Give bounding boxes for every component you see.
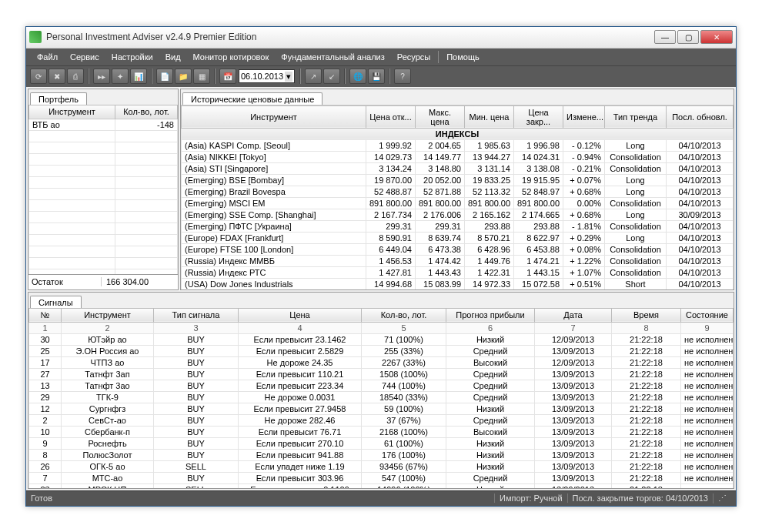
portfolio-grid[interactable]: Инструмент Кол-во, лот. ВТБ ао-148 xyxy=(28,105,178,274)
tab-signals[interactable]: Сигналы xyxy=(30,296,82,309)
col-s-qty[interactable]: Кол-во, лот. xyxy=(362,308,446,322)
table-row[interactable]: 30ЮТэйр аоBUYЕсли превысит 23.146271 (10… xyxy=(29,333,734,345)
toolbar: ⟳ ✖ ⎙ ▸▸ ✦ 📊 📄 📁 ▦ 📅 06.10.2013▾ ↗ ↙ 🌐 💾… xyxy=(26,65,736,87)
tool-chart-icon[interactable]: 📊 xyxy=(130,69,147,84)
col-h-trend[interactable]: Тип тренда xyxy=(605,105,667,128)
tool-print-icon[interactable]: ⎙ xyxy=(67,69,84,84)
tab-portfolio[interactable]: Портфель xyxy=(30,92,87,105)
dropdown-icon[interactable]: ▾ xyxy=(285,72,292,82)
col-h-upd[interactable]: Посл. обновл. xyxy=(667,105,734,128)
tool-gear-icon[interactable]: ✖ xyxy=(48,69,65,84)
col-s-status[interactable]: Состояние xyxy=(681,308,734,322)
col-h-instr[interactable]: Инструмент xyxy=(182,105,366,128)
table-row[interactable]: 10Сбербанк-пBUYЕсли превысит 76.712168 (… xyxy=(29,426,734,437)
table-row[interactable]: (USA) Dow Jones Industrials14 994.6815 0… xyxy=(182,278,734,289)
menubar: Файл Сервис Настройки Вид Монитор котиро… xyxy=(26,49,736,65)
menu-separator xyxy=(438,51,439,63)
signals-grid[interactable]: № Инструмент Тип сигнала Цена Кол-во, ло… xyxy=(28,308,734,488)
menu-help[interactable]: Помощь xyxy=(440,50,486,64)
signals-subheader: 123456789 xyxy=(29,322,734,333)
table-row[interactable]: (Emerging) SSE Comp. [Shanghai]2 167.734… xyxy=(182,209,734,220)
col-h-min[interactable]: Мин. цена xyxy=(465,105,514,128)
minimize-button[interactable]: — xyxy=(654,30,676,44)
remainder-value: 166 304.00 xyxy=(101,277,178,286)
tool-table-icon[interactable]: ▦ xyxy=(193,69,210,84)
table-row[interactable]: (Russia) Индекс ММВБ1 456.531 474.421 44… xyxy=(182,255,734,266)
menu-service[interactable]: Сервис xyxy=(64,50,105,64)
titlebar: Personal Investment Adviser v2.4.9 Premi… xyxy=(26,27,736,49)
table-row[interactable]: (Emerging) ПФТС [Украина]299.31299.31293… xyxy=(182,220,734,232)
maximize-button[interactable]: ▢ xyxy=(677,30,699,44)
col-s-time[interactable]: Время xyxy=(612,308,681,322)
tool-save-icon[interactable]: 💾 xyxy=(368,69,385,84)
table-row[interactable]: 8ПолюсЗолотBUYЕсли превысит 941.88176 (1… xyxy=(29,449,734,460)
portfolio-panel: Портфель Инструмент Кол-во, лот. ВТБ ао-… xyxy=(28,89,179,290)
table-row[interactable]: (Russia) Индекс РТС1 427.811 443.431 422… xyxy=(182,266,734,278)
tool-globe-icon[interactable]: 🌐 xyxy=(349,69,366,84)
table-row[interactable]: 7МТС-аоBUYЕсли превысит 303.96547 (100%)… xyxy=(29,472,734,483)
menu-settings[interactable]: Настройки xyxy=(105,50,159,64)
status-close: Посл. закрытие торгов: 04/10/2013 xyxy=(567,494,713,503)
table-row[interactable]: 13Татнфт 3аоBUYЕсли превысит 223.34744 (… xyxy=(29,380,734,391)
table-row[interactable]: (Asia) NIKKEI [Tokyo]14 029.7314 149.771… xyxy=(182,151,734,162)
tool-folder-icon[interactable]: 📁 xyxy=(175,69,192,84)
table-row[interactable]: (Europe) FTSE 100 [London]6 449.046 473.… xyxy=(182,243,734,255)
tab-history[interactable]: Исторические ценовые данные xyxy=(182,92,323,105)
status-import: Импорт: Ручной xyxy=(494,494,566,503)
col-s-type[interactable]: Тип сигнала xyxy=(154,308,239,322)
col-s-date[interactable]: Дата xyxy=(535,308,612,322)
menu-fundamental[interactable]: Фундаментальный анализ xyxy=(275,50,391,64)
col-h-chg[interactable]: Измене... xyxy=(563,105,605,128)
table-row[interactable]: 23МРСК ЦПSELLЕсли упадет ниже 0.11091499… xyxy=(29,483,734,488)
group-header: ИНДЕКСЫ xyxy=(182,128,734,139)
col-instrument[interactable]: Инструмент xyxy=(29,105,115,119)
window-title: Personal Investment Adviser v2.4.9 Premi… xyxy=(46,32,653,42)
remainder-row: Остаток 166 304.00 xyxy=(28,274,178,289)
history-grid[interactable]: Инструмент Цена отк... Макс. цена Мин. ц… xyxy=(181,105,734,289)
table-row[interactable]: (Asia) STI [Singapore]3 134.243 148.803 … xyxy=(182,162,734,174)
app-window: Personal Investment Adviser v2.4.9 Premi… xyxy=(25,26,737,507)
date-picker[interactable]: 06.10.2013▾ xyxy=(239,69,295,83)
tool-calendar-icon[interactable]: 📅 xyxy=(219,69,236,84)
col-h-open[interactable]: Цена отк... xyxy=(366,105,416,128)
tool-wrench-icon[interactable]: ✦ xyxy=(112,69,129,84)
col-s-profit[interactable]: Прогноз прибыли xyxy=(446,308,535,322)
tool-doc-icon[interactable]: 📄 xyxy=(156,69,173,84)
statusbar: Готов Импорт: Ручной Посл. закрытие торг… xyxy=(26,490,736,506)
close-button[interactable]: ✕ xyxy=(700,30,733,44)
app-icon xyxy=(29,31,42,43)
status-ready: Готов xyxy=(31,494,52,503)
table-row[interactable]: 26ОГК-5 аоSELLЕсли упадет ниже 1.1993456… xyxy=(29,460,734,472)
table-row[interactable]: 12СургнфгзBUYЕсли превысит 27.945859 (10… xyxy=(29,403,734,414)
tool-help-icon[interactable]: ? xyxy=(394,69,411,84)
table-row[interactable]: ВТБ ао-148 xyxy=(29,119,178,130)
col-qty[interactable]: Кол-во, лот. xyxy=(115,105,177,119)
menu-file[interactable]: Файл xyxy=(31,50,64,64)
table-row[interactable]: 2СевСт-аоBUYНе дороже 282.4637 (67%)Сред… xyxy=(29,414,734,426)
remainder-label: Остаток xyxy=(28,277,101,286)
table-row[interactable]: (Emerging) Brazil Bovespa52 488.8752 871… xyxy=(182,186,734,197)
table-row[interactable]: 25Э.ОН Россия аоBUYЕсли превысит 2.58292… xyxy=(29,345,734,356)
tool-refresh-icon[interactable]: ⟳ xyxy=(30,69,47,84)
table-row[interactable]: 29ТГК-9BUYНе дороже 0.003118540 (33%)Сре… xyxy=(29,391,734,403)
table-row[interactable]: 17ЧТПЗ аоBUYНе дороже 24.352267 (33%)Выс… xyxy=(29,356,734,368)
table-row[interactable]: 27Татнфт 3апBUYЕсли превысит 110.211508 … xyxy=(29,368,734,380)
tool-import-icon[interactable]: ↙ xyxy=(323,69,340,84)
table-row[interactable]: 9РоснефтьBUYЕсли превысит 270.1061 (100%… xyxy=(29,437,734,449)
tool-play-icon[interactable]: ▸▸ xyxy=(93,69,110,84)
tool-export-icon[interactable]: ↗ xyxy=(305,69,322,84)
resize-grip-icon[interactable]: ⋰ xyxy=(713,494,731,504)
table-row[interactable]: (Emerging) MSCI EM891 800.00891 800.0089… xyxy=(182,197,734,209)
col-s-instr[interactable]: Инструмент xyxy=(62,308,154,322)
table-row[interactable]: (Emerging) BSE [Bombay]19 870.0020 052.0… xyxy=(182,174,734,186)
menu-quotes[interactable]: Монитор котировок xyxy=(187,50,276,64)
col-h-close[interactable]: Цена закр... xyxy=(514,105,563,128)
col-h-max[interactable]: Макс. цена xyxy=(416,105,465,128)
menu-resources[interactable]: Ресурсы xyxy=(391,50,436,64)
table-row[interactable]: (Asia) KASPI Comp. [Seoul]1 999.922 004.… xyxy=(182,139,734,151)
col-s-num[interactable]: № xyxy=(29,308,62,322)
history-panel: Исторические ценовые данные Инструмент Ц… xyxy=(180,89,734,290)
col-s-price[interactable]: Цена xyxy=(239,308,362,322)
menu-view[interactable]: Вид xyxy=(159,50,187,64)
table-row[interactable]: (Europe) FDAX [Frankfurt]8 590.918 639.7… xyxy=(182,232,734,243)
